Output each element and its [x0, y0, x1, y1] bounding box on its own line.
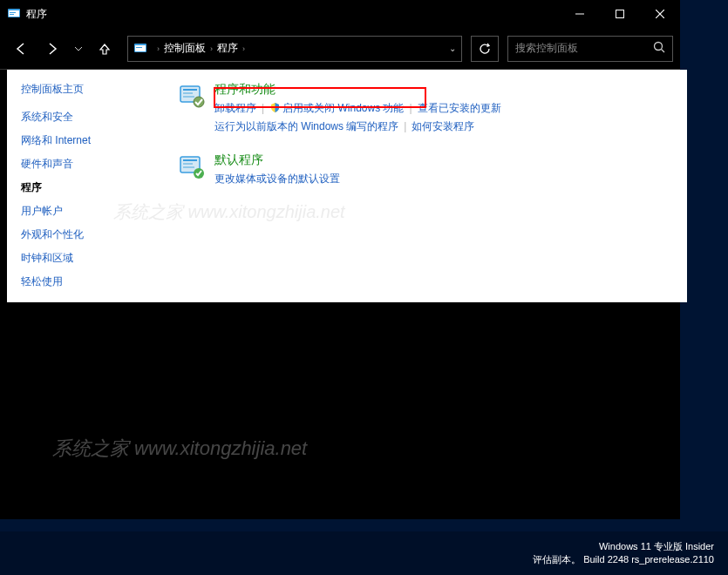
link-row: 更改媒体或设备的默认设置 [214, 171, 675, 187]
sidebar-item[interactable]: 程序 [21, 176, 164, 200]
refresh-button[interactable] [471, 36, 499, 62]
link-separator: | [262, 102, 264, 114]
sidebar-item[interactable]: 外观和个性化 [21, 223, 164, 247]
sidebar-item[interactable]: 网络和 Internet [21, 129, 164, 152]
link-separator: | [404, 120, 406, 132]
sidebar-item[interactable]: 轻松使用 [21, 270, 164, 294]
category-title[interactable]: 程序和功能 [214, 82, 675, 98]
sidebar-home-link[interactable]: 控制面板主页 [21, 82, 164, 97]
taskbar: Windows 11 专业版 Insider 评估副本。 Build 2248 … [0, 531, 728, 575]
up-button[interactable] [91, 35, 119, 63]
control-panel-window: 程序 › 控 [0, 0, 680, 519]
close-button[interactable] [640, 0, 680, 28]
breadcrumb-item[interactable]: 控制面板 [164, 41, 206, 56]
shield-icon [269, 102, 281, 118]
category-group: 默认程序更改媒体或设备的默认设置 [178, 152, 675, 187]
breadcrumb-sep-icon: › [157, 44, 160, 53]
svg-rect-10 [136, 47, 142, 48]
svg-line-12 [662, 50, 665, 53]
sidebar: 控制面板主页 系统和安全网络和 Internet硬件和声音程序用户帐户外观和个性… [7, 70, 173, 302]
maximize-button[interactable] [600, 0, 640, 28]
category-title[interactable]: 默认程序 [214, 152, 675, 168]
svg-point-17 [194, 97, 204, 107]
svg-rect-2 [10, 12, 16, 13]
svg-rect-3 [10, 14, 14, 15]
recent-dropdown[interactable] [70, 35, 87, 63]
link-row: 卸载程序|启用或关闭 Windows 功能|查看已安装的更新 [214, 100, 675, 118]
content-area: 控制面板主页 系统和安全网络和 Internet硬件和声音程序用户帐户外观和个性… [7, 70, 687, 302]
task-link[interactable]: 运行为以前版本的 Windows 编写的程序 [214, 120, 398, 132]
address-bar[interactable]: › 控制面板 › 程序 › ⌄ [127, 36, 462, 62]
search-icon [653, 41, 665, 56]
sidebar-item[interactable]: 时钟和区域 [21, 247, 164, 270]
breadcrumb-sep-icon: › [210, 44, 213, 53]
taskbar-line1: Windows 11 专业版 Insider [533, 540, 714, 553]
address-icon [133, 42, 147, 56]
sidebar-item[interactable]: 用户帐户 [21, 200, 164, 223]
taskbar-line2: 评估副本。 Build 2248 rs_prerelease.2110 [533, 553, 714, 566]
task-link[interactable]: 更改媒体或设备的默认设置 [214, 172, 340, 185]
svg-rect-21 [183, 166, 194, 168]
svg-rect-1 [9, 10, 19, 17]
link-row: 运行为以前版本的 Windows 编写的程序|如何安装程序 [214, 118, 675, 135]
search-placeholder: 搜索控制面板 [515, 41, 578, 56]
back-button[interactable] [7, 35, 35, 63]
breadcrumb-sep-icon: › [242, 44, 245, 53]
defaults-icon [178, 152, 206, 180]
titlebar: 程序 [0, 0, 680, 28]
window-icon [7, 7, 21, 21]
category-group: 程序和功能卸载程序|启用或关闭 Windows 功能|查看已安装的更新运行为以前… [178, 82, 675, 135]
svg-rect-9 [135, 45, 146, 51]
svg-rect-20 [183, 163, 193, 165]
breadcrumb-item[interactable]: 程序 [217, 41, 238, 56]
address-dropdown-icon[interactable]: ⌄ [449, 44, 456, 53]
task-link[interactable]: 卸载程序 [214, 102, 256, 114]
svg-point-11 [655, 43, 663, 51]
window-controls [560, 0, 680, 28]
sidebar-item[interactable]: 系统和安全 [21, 105, 164, 129]
svg-rect-15 [183, 92, 193, 94]
svg-rect-5 [616, 10, 624, 18]
forward-button[interactable] [38, 35, 66, 63]
task-link[interactable]: 启用或关闭 Windows 功能 [282, 102, 404, 114]
main-panel: 程序和功能卸载程序|启用或关闭 Windows 功能|查看已安装的更新运行为以前… [173, 70, 687, 302]
svg-rect-14 [183, 89, 197, 91]
minimize-button[interactable] [560, 0, 600, 28]
task-link[interactable]: 如何安装程序 [412, 120, 474, 132]
programs-icon [178, 82, 206, 110]
svg-rect-16 [183, 96, 194, 98]
task-link[interactable]: 查看已安装的更新 [418, 102, 501, 114]
svg-rect-19 [183, 159, 197, 161]
sidebar-item[interactable]: 硬件和声音 [21, 152, 164, 176]
navbar: › 控制面板 › 程序 › ⌄ 搜索控制面板 [0, 28, 680, 70]
window-title: 程序 [26, 7, 560, 22]
search-input[interactable]: 搜索控制面板 [507, 36, 673, 62]
link-separator: | [409, 102, 412, 114]
